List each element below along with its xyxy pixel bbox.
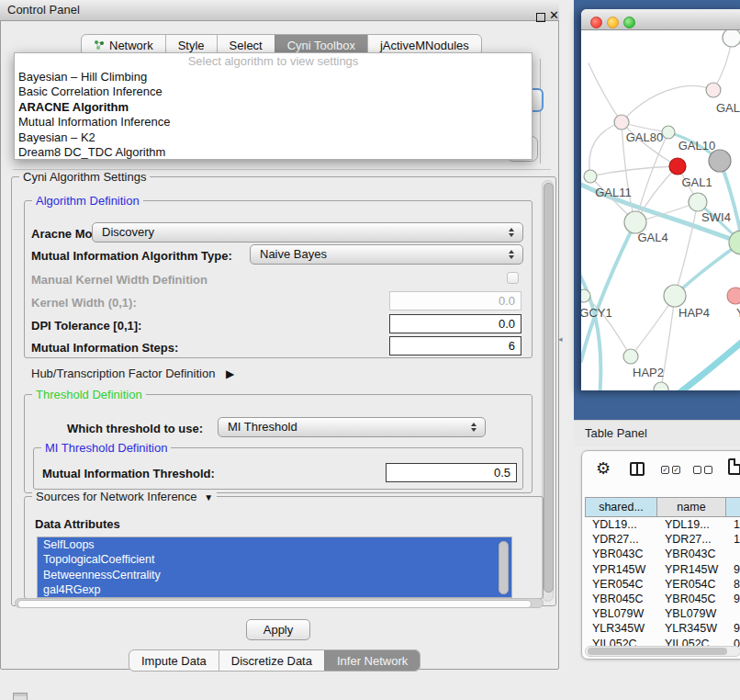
kernel-width-label: Kernel Width (0,1):: [31, 296, 137, 310]
new-table-icon[interactable]: [728, 458, 740, 475]
algorithm-option[interactable]: Bayesian – Hill Climbing: [15, 70, 532, 85]
control-panel-title: Control Panel: [7, 0, 80, 20]
column-header[interactable]: shared...: [585, 497, 657, 517]
settings-scrollbar-thumb[interactable]: [544, 183, 554, 593]
column-header[interactable]: name: [657, 497, 726, 517]
attributes-scrollbar-thumb[interactable]: [499, 541, 509, 594]
hub-definition-expander[interactable]: Hub/Transcription Factor Definition ▶: [31, 367, 234, 380]
which-threshold-select[interactable]: MI Threshold: [218, 417, 486, 437]
network-node-label: GAL80: [626, 130, 663, 144]
table-hscrollbar-thumb[interactable]: [588, 648, 727, 655]
table-row[interactable]: YDR27...YDR27...12: [585, 532, 740, 547]
deselect-all-columns-icon[interactable]: [693, 466, 712, 474]
close-icon[interactable]: ✕: [549, 8, 559, 22]
select-all-columns-icon[interactable]: ✓✓: [661, 466, 680, 474]
attribute-item[interactable]: TopologicalCoefficient: [38, 552, 511, 567]
algorithm-option[interactable]: Mutual Information Inference: [15, 115, 532, 130]
control-panel-titlebar[interactable]: Control Panel: [0, 0, 559, 21]
settings-hscrollbar[interactable]: [15, 598, 544, 608]
data-attributes-list[interactable]: SelfLoopsTopologicalCoefficientBetweenne…: [37, 536, 512, 598]
data-attributes-label: Data Attributes: [35, 517, 120, 531]
network-edge[interactable]: [589, 63, 622, 122]
network-node[interactable]: [581, 289, 590, 302]
float-window-icon[interactable]: [536, 13, 545, 22]
manual-kernel-label: Manual Kernel Width Definition: [31, 273, 207, 287]
table-panel-header: Table Panel: [574, 420, 740, 446]
network-node[interactable]: [706, 83, 721, 97]
network-node[interactable]: [662, 126, 675, 139]
network-edge[interactable]: [622, 85, 713, 122]
network-node[interactable]: [689, 193, 707, 211]
table-row[interactable]: YER054CYER054C8.: [585, 577, 740, 592]
network-window-titlebar[interactable]: [581, 9, 740, 30]
which-threshold-label: Which threshold to use:: [67, 422, 203, 435]
tab-infer-network[interactable]: Infer Network: [324, 650, 420, 671]
table-cell: 9.: [726, 592, 740, 606]
cyni-mode-tabbar: Impute DataDiscretize DataInfer Network: [129, 649, 420, 672]
network-canvas[interactable]: GALGAL80GAL10GAL1GAL11GAL4SWI4GCY1HAP4YH…: [581, 30, 740, 390]
minimize-traffic-light-icon[interactable]: [607, 17, 619, 28]
sources-group-title[interactable]: Sources for Network Inference ▼: [32, 490, 217, 504]
table-cell: YPR145W: [657, 562, 726, 577]
network-node[interactable]: [654, 382, 668, 390]
network-icon: [94, 40, 105, 51]
network-node[interactable]: [584, 170, 597, 183]
table-toolbar: ⚙ ✓✓: [582, 451, 740, 493]
network-node[interactable]: [727, 288, 740, 304]
tab-discretize-data[interactable]: Discretize Data: [219, 650, 324, 671]
close-traffic-light-icon[interactable]: [590, 17, 602, 28]
algorithm-option[interactable]: Dream8 DC_TDC Algorithm: [15, 145, 532, 160]
attribute-item[interactable]: gal4RGexp: [38, 582, 511, 597]
network-node[interactable]: [614, 115, 629, 130]
tab-label: Impute Data: [141, 651, 207, 671]
table-cell: 9.: [726, 562, 740, 577]
table-row[interactable]: YLR345WYLR345W9.: [585, 621, 740, 636]
network-edge[interactable]: [673, 322, 740, 390]
network-edge[interactable]: [590, 166, 678, 176]
algorithm-dropdown-items: Bayesian – Hill ClimbingBasic Correlatio…: [15, 70, 532, 160]
mi-steps-input[interactable]: 6: [389, 336, 521, 356]
aracne-mode-select[interactable]: Discovery: [92, 222, 523, 243]
table-row[interactable]: YBR045CYBR045C9.: [585, 592, 740, 606]
table-row[interactable]: YBL079WYBL079W: [585, 606, 740, 621]
network-node[interactable]: [723, 30, 740, 47]
table-row[interactable]: YBR043CYBR043C: [585, 547, 740, 561]
apply-button[interactable]: Apply: [246, 619, 310, 640]
table-header-row: shared...nameA: [585, 497, 740, 517]
attribute-item[interactable]: BetweennessCentrality: [38, 568, 511, 582]
settings-hscrollbar-thumb[interactable]: [17, 600, 532, 608]
algorithm-option[interactable]: Bayesian – K2: [15, 130, 532, 145]
network-node-label: Y: [736, 306, 740, 320]
kernel-width-input[interactable]: 0.0: [389, 291, 521, 310]
network-edge[interactable]: [589, 122, 622, 176]
table-hscrollbar[interactable]: [585, 646, 740, 657]
network-node[interactable]: [709, 150, 731, 172]
minimized-panel-icon[interactable]: [13, 693, 28, 700]
network-view-window: GALGAL80GAL10GAL1GAL11GAL4SWI4GCY1HAP4YH…: [581, 9, 740, 390]
dpi-tolerance-label: DPI Tolerance [0,1]:: [31, 319, 141, 333]
gear-icon[interactable]: ⚙: [596, 458, 611, 479]
table-row[interactable]: YDL19...YDL19...13: [585, 517, 740, 532]
network-edge[interactable]: [675, 202, 698, 296]
algorithm-option[interactable]: Basic Correlation Inference: [15, 85, 532, 99]
mi-threshold-input[interactable]: 0.5: [386, 463, 517, 482]
network-node[interactable]: [669, 158, 686, 175]
table-cell: [726, 606, 740, 621]
mi-type-select[interactable]: Naive Bayes: [250, 244, 523, 265]
dpi-tolerance-input[interactable]: 0.0: [389, 314, 521, 333]
zoom-traffic-light-icon[interactable]: [623, 17, 635, 28]
network-node[interactable]: [664, 285, 686, 307]
column-header[interactable]: A: [726, 497, 740, 517]
network-node[interactable]: [623, 349, 638, 364]
panel-divider-handle[interactable]: ◂: [558, 334, 563, 344]
columns-icon[interactable]: [630, 462, 645, 476]
mi-type-label: Mutual Information Algorithm Type:: [31, 249, 232, 263]
table-row[interactable]: YPR145WYPR145W9.: [585, 562, 740, 577]
manual-kernel-checkbox[interactable]: [507, 272, 519, 284]
algorithm-option[interactable]: ARACNE Algorithm: [15, 100, 532, 115]
attribute-item[interactable]: SelfLoops: [38, 537, 511, 552]
network-edge[interactable]: [675, 243, 740, 296]
tab-impute-data[interactable]: Impute Data: [129, 650, 219, 671]
table-cell: 9.: [726, 621, 740, 636]
table-cell: YBL079W: [585, 606, 657, 621]
